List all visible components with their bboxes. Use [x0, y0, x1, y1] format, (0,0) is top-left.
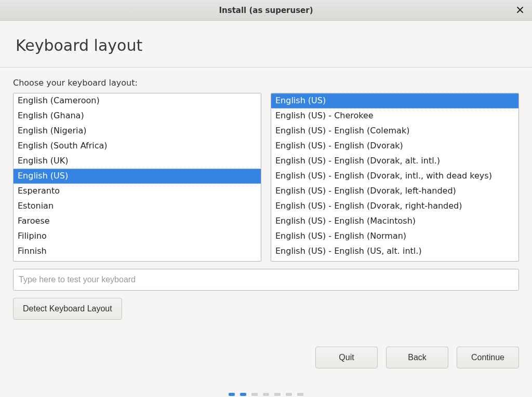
variant-list[interactable]: English (US)English (US) - CherokeeEngli… [271, 93, 519, 262]
back-button[interactable]: Back [386, 347, 448, 368]
layout-item[interactable]: Esperanto [14, 184, 261, 199]
layout-list[interactable]: English (Cameroon)English (Ghana)English… [13, 93, 261, 262]
progress-dot [251, 393, 258, 396]
close-icon [516, 5, 524, 16]
progress-dots [229, 393, 303, 396]
layout-item[interactable]: English (UK) [14, 154, 261, 169]
layout-item[interactable]: English (Cameroon) [14, 93, 261, 108]
page-title: Keyboard layout [16, 36, 516, 54]
progress-dot [229, 393, 235, 396]
layout-prompt: Choose your keyboard layout: [13, 78, 519, 88]
layout-item[interactable]: Faroese [14, 214, 261, 229]
variant-item[interactable]: English (US) - English (Dvorak, intl., w… [271, 169, 518, 184]
page-header: Keyboard layout [0, 21, 532, 67]
wizard-footer: Quit Back Continue [0, 347, 532, 368]
variant-item[interactable]: English (US) - English (Dvorak) [271, 139, 518, 154]
window-close-button[interactable] [514, 5, 526, 16]
variant-item[interactable]: English (US) - English (Dvorak, alt. int… [271, 154, 518, 169]
variant-item[interactable]: English (US) - English (Colemak) [271, 124, 518, 139]
layout-item[interactable]: Finnish [14, 244, 261, 259]
page-body: Choose your keyboard layout: English (Ca… [0, 67, 532, 329]
progress-dot [286, 393, 292, 396]
quit-button[interactable]: Quit [315, 347, 378, 368]
layout-item[interactable]: English (Ghana) [14, 108, 261, 124]
layout-item[interactable]: Filipino [14, 229, 261, 244]
variant-item[interactable]: English (US) - English (Macintosh) [271, 214, 518, 229]
layout-item[interactable]: English (Nigeria) [14, 124, 261, 139]
keyboard-test-input[interactable] [13, 269, 519, 291]
variant-item[interactable]: English (US) - English (Norman) [271, 229, 518, 244]
layout-item[interactable]: English (US) [14, 169, 261, 184]
layout-lists: English (Cameroon)English (Ghana)English… [13, 93, 519, 262]
variant-item[interactable]: English (US) - English (Dvorak, left-han… [271, 184, 518, 199]
variant-item[interactable]: English (US) - Cherokee [271, 108, 518, 124]
layout-item[interactable]: Estonian [14, 199, 261, 214]
variant-item[interactable]: English (US) - English (Dvorak, right-ha… [271, 199, 518, 214]
progress-dot [297, 393, 303, 396]
progress-dot [263, 393, 269, 396]
detect-layout-button[interactable]: Detect Keyboard Layout [13, 298, 122, 320]
continue-button[interactable]: Continue [457, 347, 519, 368]
progress-dot [274, 393, 281, 396]
window-titlebar: Install (as superuser) [0, 0, 532, 21]
variant-item[interactable]: English (US) - English (US, alt. intl.) [271, 244, 518, 259]
layout-item[interactable]: English (South Africa) [14, 139, 261, 154]
window-title: Install (as superuser) [219, 6, 313, 15]
variant-item[interactable]: English (US) [271, 93, 518, 108]
progress-dot [240, 393, 246, 396]
